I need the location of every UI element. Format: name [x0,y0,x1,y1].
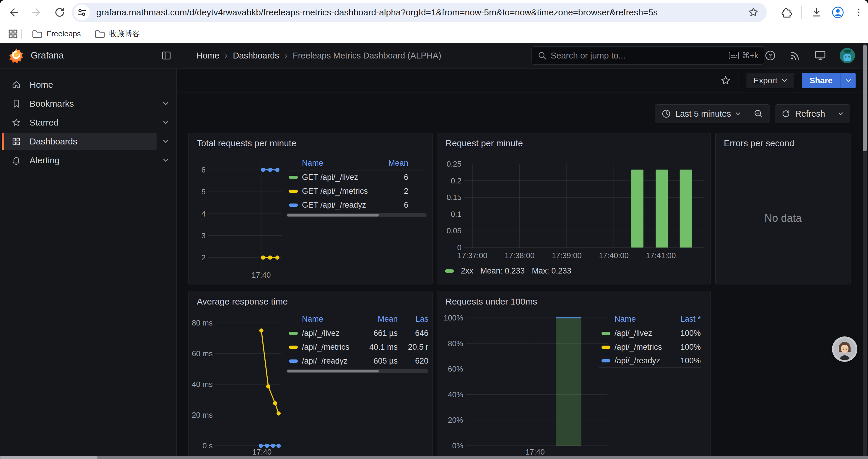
series-name: /api/_/livez [615,329,652,338]
extensions-button[interactable] [780,6,793,18]
svg-text:?: ? [769,53,772,59]
svg-text:17:41:00: 17:41:00 [646,251,676,260]
forward-button[interactable] [29,5,44,20]
panel-average-response-time[interactable]: Average response time 80 ms60 ms40 ms20 … [188,291,433,459]
svg-text:0%: 0% [452,441,463,450]
chevron-down-icon[interactable] [161,102,170,106]
site-settings-button[interactable] [74,4,90,21]
legend-column-header[interactable]: Mean [380,159,408,168]
panel-requests-under-100ms[interactable]: Requests under 100ms 100%80%60%40%20%0%1… [437,291,711,459]
refresh-icon [781,109,790,118]
breadcrumb-dashboards[interactable]: Dashboards [233,51,279,61]
breadcrumb-current: Freeleaps Metrics Dashboard (ALPHA) [293,51,441,61]
panel-request-per-minute[interactable]: Request per minute 0.250.20.150.10.05017… [437,133,711,285]
legend-inline[interactable]: 2xx Mean: 0.233 Max: 0.233 [445,266,571,275]
reload-button[interactable] [52,5,67,20]
svg-text:0.2: 0.2 [451,176,462,185]
dock-menu-button[interactable] [161,51,172,61]
svg-text:5: 5 [202,187,206,196]
horizontal-scrollbar-thumb[interactable] [0,456,97,459]
subheader-separator [739,74,739,87]
floating-assistant-avatar[interactable] [832,336,857,362]
svg-text:4: 4 [202,209,206,218]
profile-button[interactable] [831,6,844,19]
legend-row[interactable]: /api/_/livez100% [599,326,701,340]
chevron-down-icon[interactable] [161,158,170,162]
legend-scrollbar[interactable] [286,213,427,217]
assistant-avatar-image [834,338,856,360]
legend-column-header[interactable]: Las [398,315,428,324]
legend-row[interactable]: GET /api/_/readyz6 [286,198,427,212]
horizontal-scrollbar-track[interactable] [0,456,868,459]
panel-errors-per-second[interactable]: Errors per second No data [715,133,851,285]
bookmark-page-button[interactable] [748,7,759,18]
toolbar-separator [801,6,802,19]
legend-table: NameMeanGET /api/_/livez6GET /api/_/metr… [286,156,427,217]
chevron-down-icon[interactable] [161,121,170,125]
legend-column-header[interactable]: Name [286,159,380,168]
vertical-scrollbar-thumb[interactable] [863,45,867,151]
series-color-dash [289,190,298,193]
panel-total-requests[interactable]: Total requests per minute 6543217:40 Nam… [188,133,433,285]
sidebar-item-starred[interactable]: Starred [2,114,157,131]
legend-row[interactable]: /api/_/metrics40.1 ms20.5 r [286,340,428,354]
apps-button[interactable] [8,29,18,39]
zoom-out-button[interactable] [747,104,770,123]
address-bar[interactable]: grafana.mathmast.com/d/deytv4rwavabkb/fr… [72,3,767,22]
legend-column-header[interactable]: Mean [362,315,398,324]
grafana-brand[interactable]: Grafana [9,48,64,63]
no-data-message: No data [716,133,850,284]
kiosk-button[interactable] [814,50,826,61]
legend-row[interactable]: GET /api/_/metrics2 [286,184,427,198]
legend-row[interactable]: GET /api/_/livez6 [286,170,427,184]
star-dashboard-button[interactable] [720,75,731,86]
refresh-button[interactable]: Refresh [775,104,832,123]
legend-row[interactable]: /api/_/livez661 µs646 [286,326,428,340]
chevron-down-icon[interactable] [161,139,170,143]
sidebar-item-home[interactable]: Home [2,76,157,94]
back-button[interactable] [6,5,21,20]
legend-row[interactable]: /api/_/readyz100% [599,354,701,368]
browser-menu-button[interactable] [853,7,864,18]
time-range-picker[interactable]: Last 5 minutes [655,104,747,123]
news-button[interactable] [789,50,801,61]
legend-row[interactable]: /api/_/readyz605 µs620 [286,354,428,368]
series-color-dash [289,332,298,335]
series-color-dash [601,332,610,335]
legend-column-header[interactable]: Last * [668,315,701,324]
bookmark-folder-freeleaps[interactable]: Freeleaps [27,27,86,41]
share-options-button[interactable] [840,73,856,88]
bell-icon [11,156,21,165]
nav-sidebar: Home Bookmarks Starred Dashboards Alerti [0,69,177,459]
legend-column-header[interactable]: Name [286,315,362,324]
legend-row[interactable]: /api/_/metrics100% [599,340,701,354]
svg-text:80 ms: 80 ms [192,319,213,327]
sidebar-item-bookmarks[interactable]: Bookmarks [2,95,157,112]
bookmarks-bar: Freeleaps 收藏博客 [0,25,868,43]
dock-menu-icon [161,51,172,61]
share-button[interactable]: Share [802,73,840,88]
grafana-brand-label: Grafana [31,50,64,61]
refresh-interval-button[interactable] [832,104,850,123]
tune-icon [77,8,87,17]
sidebar-item-label: Starred [30,118,157,128]
downloads-button[interactable] [811,6,823,18]
svg-text:40%: 40% [448,390,463,399]
chart-request-per-minute[interactable]: 0.250.20.150.10.05017:37:0017:38:0017:39… [437,133,711,284]
search-input[interactable]: Search or jump to... ⌘+k [531,46,764,65]
help-button[interactable]: ? [765,50,776,61]
svg-text:40 ms: 40 ms [192,380,213,389]
url-text[interactable]: grafana.mathmast.com/d/deytv4rwavabkb/fr… [96,7,748,18]
series-value: 2 [380,187,408,196]
user-avatar[interactable] [840,48,855,63]
export-button[interactable]: Export [747,73,794,88]
sidebar-item-dashboards[interactable]: Dashboards [2,133,157,150]
sidebar-item-alerting[interactable]: Alerting [2,152,157,169]
series-max: Max: 0.233 [532,266,571,275]
breadcrumb-home[interactable]: Home [196,51,219,61]
legend-column-header[interactable]: Name [599,315,668,324]
series-value: 6 [380,201,408,210]
grafana-header: Grafana Home › Dashboards › Freeleaps Me… [0,43,868,68]
bookmark-folder-blogs[interactable]: 收藏博客 [90,26,145,41]
legend-scrollbar[interactable] [286,369,428,373]
